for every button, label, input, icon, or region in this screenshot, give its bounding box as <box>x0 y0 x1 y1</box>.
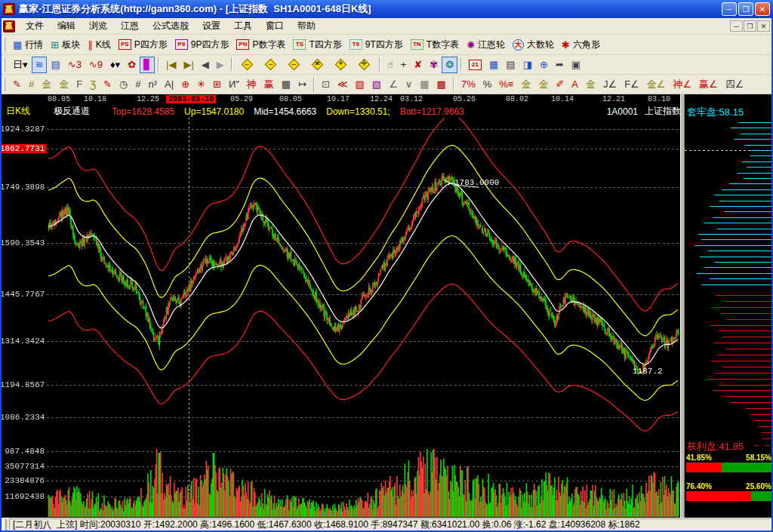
grid-dark-icon-button[interactable]: ▦ <box>416 76 433 93</box>
print-icon-button[interactable]: ▣ <box>568 57 584 73</box>
t-square-button[interactable]: TST四方形 <box>289 36 345 53</box>
info-panel-icon-button[interactable]: ▤ <box>47 57 63 73</box>
last-page-icon-button[interactable]: ▶| <box>180 57 197 73</box>
n-square-icon-button[interactable]: n² <box>145 76 162 93</box>
period-selector-icon-button[interactable]: 日▾ <box>9 57 32 73</box>
gann-flower-icon-button[interactable]: ✾ <box>426 57 442 73</box>
hexagon-button[interactable]: ✱六角形 <box>558 36 604 53</box>
prev-page-icon-button[interactable]: ◀ <box>198 57 213 73</box>
comb-lines-icon-button[interactable]: # <box>25 76 38 93</box>
fan-box-2-icon-button[interactable]: ▧ <box>368 76 385 93</box>
web-icon-button[interactable]: ⊕ <box>536 57 552 73</box>
shen-angle-icon-button[interactable]: 神∠ <box>669 76 695 93</box>
p-square-button[interactable]: PSP四方形 <box>115 36 171 53</box>
price-grid-icon-button[interactable]: ▦ <box>278 76 294 93</box>
gold-angle-icon-button[interactable]: 金∠ <box>643 76 670 93</box>
erase-line-icon-button[interactable]: ✘ <box>410 57 426 73</box>
shift-both-icon-button[interactable]: ↔ <box>282 57 306 73</box>
menu-item-6[interactable]: 工具 <box>227 18 259 34</box>
a-line-icon-button[interactable]: A| <box>161 76 177 93</box>
gold-gann-icon-button[interactable]: 金 <box>38 76 55 93</box>
shift-left-icon-button[interactable]: ← <box>236 57 259 73</box>
pattern-tool-icon-button[interactable]: ✿ <box>124 57 140 73</box>
gold-circle-icon-button[interactable]: 金 <box>517 76 534 93</box>
smart-tool-icon-button[interactable]: ❂ <box>442 57 457 73</box>
gold-gann-2-icon-button[interactable]: 金 <box>55 76 72 93</box>
pct-7-icon-button[interactable]: 7% <box>457 76 479 93</box>
pct-icon-button[interactable]: % <box>479 76 496 93</box>
t-number-button[interactable]: TNT数字表 <box>407 36 463 53</box>
chip-distribution-canvas[interactable] <box>685 119 773 444</box>
four-angle-icon-button[interactable]: 四∠ <box>722 76 748 93</box>
p-number-button[interactable]: PNP数字表 <box>233 36 289 53</box>
main-chart-canvas[interactable] <box>0 118 680 518</box>
menu-item-3[interactable]: 江恩 <box>114 18 146 34</box>
fan-rays-icon-button[interactable]: ≪ <box>334 76 352 93</box>
number-wheel-button[interactable]: 大大数轮 <box>509 36 558 53</box>
minimize-button[interactable]: ─ <box>722 2 737 16</box>
calculator-icon-button[interactable]: ▦ <box>485 57 502 73</box>
box-select-icon-button[interactable]: ⊡ <box>318 76 334 93</box>
volume-style-icon-button[interactable]: ▊ <box>140 57 155 73</box>
grid-red-icon-button[interactable]: ▩ <box>433 76 450 93</box>
close-button[interactable]: ✕ <box>755 2 770 16</box>
menu-item-7[interactable]: 窗口 <box>259 18 291 34</box>
candle-style-icon-button[interactable]: ♦▾ <box>106 57 124 73</box>
square-wheel-icon-button[interactable]: ⊞ <box>209 76 225 93</box>
f-ruler-icon-button[interactable]: F <box>72 76 86 93</box>
v-check-icon-button[interactable]: ∨ <box>402 76 417 93</box>
compress-icon-button[interactable]: ≍ <box>306 57 329 73</box>
restore-button[interactable]: ❐ <box>738 2 753 16</box>
toolbar-grip[interactable] <box>3 38 5 51</box>
trend-chart-icon-button[interactable]: ≋ <box>32 57 48 73</box>
draw-pencil-icon-button[interactable]: ✎ <box>9 76 25 93</box>
notes-icon-button[interactable]: ▤ <box>502 57 519 73</box>
menu-item-2[interactable]: 浏览 <box>82 18 114 34</box>
toolbar-grip[interactable] <box>3 78 5 91</box>
comb-lines-2-icon-button[interactable]: # <box>131 76 144 93</box>
wave-3-icon-button[interactable]: ∿3 <box>64 57 85 73</box>
shift-right-icon-button[interactable]: → <box>259 57 282 73</box>
gann-wheel-button[interactable]: ✺江恩轮 <box>463 36 509 53</box>
9t-square-button[interactable]: T99T四方形 <box>346 36 407 53</box>
save-icon-button[interactable]: ◨ <box>519 57 536 73</box>
quote-mark-icon-button[interactable]: И″ <box>225 76 243 93</box>
mdi-close-button[interactable]: ✕ <box>757 20 770 32</box>
title-bar[interactable]: 赢 赢家-江恩证券分析系统(http://gann360.com) - [上证指… <box>0 0 773 18</box>
9p-square-button[interactable]: P99P四方形 <box>171 36 233 53</box>
ying-tool-icon-button[interactable]: 赢 <box>260 76 278 93</box>
compass-icon-button[interactable]: ⊕ <box>177 76 193 93</box>
mdi-minimize-button[interactable]: ─ <box>730 20 743 32</box>
cross-move-icon-button[interactable]: + <box>329 57 353 73</box>
expand-icon-button[interactable]: ✛ <box>353 57 376 73</box>
turn-marker-icon-button[interactable]: ✐ <box>552 76 568 93</box>
pct-lines-icon-button[interactable]: %≡ <box>495 76 517 93</box>
pan-hand-icon-button[interactable]: ☝ <box>383 57 397 73</box>
wave-9-icon-button[interactable]: ∿9 <box>85 57 106 73</box>
kline-button[interactable]: ∥K线 <box>84 36 115 53</box>
angle-rays-icon-button[interactable]: ∠ <box>385 76 402 93</box>
menu-item-8[interactable]: 帮助 <box>291 18 322 34</box>
j-angle-icon-button[interactable]: J∠ <box>599 76 621 93</box>
gold-under-icon-button[interactable]: 金 <box>582 76 599 93</box>
red-pencil-icon-button[interactable]: ✎ <box>100 76 115 93</box>
f-angle-icon-button[interactable]: F∠ <box>621 76 643 93</box>
quotes-button[interactable]: ▦行情 <box>9 36 47 53</box>
sectors-button[interactable]: ⊞板块 <box>47 36 84 53</box>
crosshair-icon-button[interactable]: + <box>397 57 411 73</box>
spiral-icon-button[interactable]: Ʒ <box>86 76 100 93</box>
gold-lines-icon-button[interactable]: 金 <box>534 76 552 93</box>
mdi-restore-button[interactable]: ❐ <box>744 20 756 32</box>
calendar-icon-button[interactable]: 21 <box>465 57 485 73</box>
next-page-icon-button[interactable]: ▶ <box>213 57 228 73</box>
time-circle-icon-button[interactable]: ◷ <box>115 76 131 93</box>
shen-tool-icon-button[interactable]: 神 <box>243 76 260 93</box>
menu-item-4[interactable]: 公式选股 <box>146 18 196 34</box>
menu-item-1[interactable]: 编辑 <box>51 18 82 34</box>
h-measure-icon-button[interactable]: ↦ <box>294 76 310 93</box>
star-wheel-icon-button[interactable]: ✳ <box>193 76 209 93</box>
fan-box-icon-button[interactable]: ▨ <box>352 76 368 93</box>
wave-a-icon-button[interactable]: A <box>568 76 582 93</box>
toolbar-grip[interactable] <box>3 58 5 72</box>
menu-item-0[interactable]: 文件 <box>19 18 51 34</box>
